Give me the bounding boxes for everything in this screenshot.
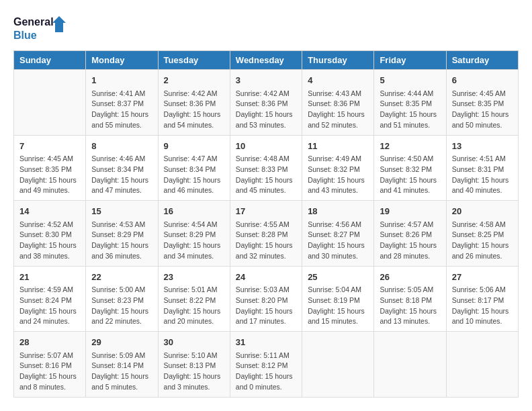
cell-info: Sunrise: 4:51 AM Sunset: 8:31 PM Dayligh… (452, 154, 513, 196)
day-number: 3 (236, 74, 296, 87)
cell-3-0: 21Sunrise: 4:59 AM Sunset: 8:24 PM Dayli… (14, 266, 86, 332)
cell-info: Sunrise: 4:46 AM Sunset: 8:34 PM Dayligh… (91, 154, 152, 196)
cell-info: Sunrise: 5:05 AM Sunset: 8:18 PM Dayligh… (380, 285, 440, 327)
calendar-table: SundayMondayTuesdayWednesdayThursdayFrid… (13, 50, 519, 398)
cell-2-3: 17Sunrise: 4:55 AM Sunset: 8:28 PM Dayli… (230, 201, 302, 267)
cell-2-4: 18Sunrise: 4:56 AM Sunset: 8:27 PM Dayli… (302, 201, 374, 267)
cell-4-1: 29Sunrise: 5:09 AM Sunset: 8:14 PM Dayli… (86, 332, 158, 398)
week-row-0: 1Sunrise: 4:41 AM Sunset: 8:37 PM Daylig… (14, 70, 519, 136)
cell-0-6: 6Sunrise: 4:45 AM Sunset: 8:35 PM Daylig… (446, 70, 518, 136)
cell-0-2: 2Sunrise: 4:42 AM Sunset: 8:36 PM Daylig… (158, 70, 230, 136)
cell-4-0: 28Sunrise: 5:07 AM Sunset: 8:16 PM Dayli… (14, 332, 86, 398)
day-number: 9 (164, 140, 224, 153)
cell-info: Sunrise: 4:45 AM Sunset: 8:35 PM Dayligh… (19, 154, 80, 196)
cell-1-3: 10Sunrise: 4:48 AM Sunset: 8:33 PM Dayli… (230, 135, 302, 201)
cell-info: Sunrise: 5:04 AM Sunset: 8:19 PM Dayligh… (308, 285, 368, 327)
col-header-wednesday: Wednesday (230, 51, 302, 70)
day-number: 7 (19, 140, 80, 153)
day-number: 20 (452, 205, 513, 218)
col-header-thursday: Thursday (302, 51, 374, 70)
cell-4-6 (446, 332, 518, 398)
day-number: 13 (452, 140, 513, 153)
cell-0-0 (14, 70, 86, 136)
cell-0-3: 3Sunrise: 4:42 AM Sunset: 8:36 PM Daylig… (230, 70, 302, 136)
cell-1-5: 12Sunrise: 4:50 AM Sunset: 8:32 PM Dayli… (374, 135, 446, 201)
logo-svg: GeneralBlue (13, 13, 67, 44)
cell-info: Sunrise: 4:59 AM Sunset: 8:24 PM Dayligh… (19, 285, 80, 327)
day-number: 12 (380, 140, 440, 153)
day-number: 15 (91, 205, 152, 218)
cell-info: Sunrise: 4:48 AM Sunset: 8:33 PM Dayligh… (236, 154, 296, 196)
day-number: 17 (236, 205, 296, 218)
cell-info: Sunrise: 5:11 AM Sunset: 8:12 PM Dayligh… (236, 351, 296, 393)
col-header-friday: Friday (374, 51, 446, 70)
cell-3-1: 22Sunrise: 5:00 AM Sunset: 8:23 PM Dayli… (86, 266, 158, 332)
day-number: 25 (308, 271, 368, 284)
header: GeneralBlue (13, 13, 519, 44)
day-number: 28 (19, 336, 80, 349)
col-header-monday: Monday (86, 51, 158, 70)
cell-info: Sunrise: 4:41 AM Sunset: 8:37 PM Dayligh… (91, 89, 152, 131)
cell-info: Sunrise: 4:55 AM Sunset: 8:28 PM Dayligh… (236, 220, 296, 262)
cell-info: Sunrise: 4:57 AM Sunset: 8:26 PM Dayligh… (380, 220, 440, 262)
cell-2-5: 19Sunrise: 4:57 AM Sunset: 8:26 PM Dayli… (374, 201, 446, 267)
cell-4-3: 31Sunrise: 5:11 AM Sunset: 8:12 PM Dayli… (230, 332, 302, 398)
cell-2-1: 15Sunrise: 4:53 AM Sunset: 8:29 PM Dayli… (86, 201, 158, 267)
cell-info: Sunrise: 4:44 AM Sunset: 8:35 PM Dayligh… (380, 89, 440, 131)
cell-info: Sunrise: 4:47 AM Sunset: 8:34 PM Dayligh… (164, 154, 224, 196)
cell-info: Sunrise: 4:54 AM Sunset: 8:29 PM Dayligh… (164, 220, 224, 262)
week-row-3: 21Sunrise: 4:59 AM Sunset: 8:24 PM Dayli… (14, 266, 519, 332)
cell-info: Sunrise: 5:07 AM Sunset: 8:16 PM Dayligh… (19, 351, 80, 393)
cell-1-6: 13Sunrise: 4:51 AM Sunset: 8:31 PM Dayli… (446, 135, 518, 201)
col-header-sunday: Sunday (14, 51, 86, 70)
cell-1-2: 9Sunrise: 4:47 AM Sunset: 8:34 PM Daylig… (158, 135, 230, 201)
svg-text:Blue: Blue (13, 30, 37, 41)
day-number: 27 (452, 271, 513, 284)
day-number: 10 (236, 140, 296, 153)
day-number: 2 (164, 74, 224, 87)
cell-1-4: 11Sunrise: 4:49 AM Sunset: 8:32 PM Dayli… (302, 135, 374, 201)
cell-info: Sunrise: 5:06 AM Sunset: 8:17 PM Dayligh… (452, 285, 513, 327)
day-number: 26 (380, 271, 440, 284)
cell-info: Sunrise: 5:10 AM Sunset: 8:13 PM Dayligh… (164, 351, 224, 393)
day-number: 24 (236, 271, 296, 284)
day-number: 4 (308, 74, 368, 87)
cell-info: Sunrise: 4:56 AM Sunset: 8:27 PM Dayligh… (308, 220, 368, 262)
week-row-4: 28Sunrise: 5:07 AM Sunset: 8:16 PM Dayli… (14, 332, 519, 398)
cell-info: Sunrise: 4:45 AM Sunset: 8:35 PM Dayligh… (452, 89, 513, 131)
cell-4-2: 30Sunrise: 5:10 AM Sunset: 8:13 PM Dayli… (158, 332, 230, 398)
cell-3-3: 24Sunrise: 5:03 AM Sunset: 8:20 PM Dayli… (230, 266, 302, 332)
day-number: 8 (91, 140, 152, 153)
day-number: 16 (164, 205, 224, 218)
day-number: 23 (164, 271, 224, 284)
day-number: 30 (164, 336, 224, 349)
cell-info: Sunrise: 4:58 AM Sunset: 8:25 PM Dayligh… (452, 220, 513, 262)
svg-marker-2 (52, 16, 66, 32)
cell-0-4: 4Sunrise: 4:43 AM Sunset: 8:36 PM Daylig… (302, 70, 374, 136)
logo: GeneralBlue (13, 13, 67, 44)
cell-2-0: 14Sunrise: 4:52 AM Sunset: 8:30 PM Dayli… (14, 201, 86, 267)
day-number: 6 (452, 74, 513, 87)
svg-text:General: General (13, 16, 54, 28)
cell-0-1: 1Sunrise: 4:41 AM Sunset: 8:37 PM Daylig… (86, 70, 158, 136)
col-header-saturday: Saturday (446, 51, 518, 70)
day-number: 29 (91, 336, 152, 349)
cell-4-5 (374, 332, 446, 398)
cell-info: Sunrise: 5:03 AM Sunset: 8:20 PM Dayligh… (236, 285, 296, 327)
cell-info: Sunrise: 5:09 AM Sunset: 8:14 PM Dayligh… (91, 351, 152, 393)
day-number: 31 (236, 336, 296, 349)
cell-1-0: 7Sunrise: 4:45 AM Sunset: 8:35 PM Daylig… (14, 135, 86, 201)
day-number: 11 (308, 140, 368, 153)
cell-info: Sunrise: 5:01 AM Sunset: 8:22 PM Dayligh… (164, 285, 224, 327)
header-row: SundayMondayTuesdayWednesdayThursdayFrid… (14, 51, 519, 70)
cell-info: Sunrise: 4:42 AM Sunset: 8:36 PM Dayligh… (164, 89, 224, 131)
cell-1-1: 8Sunrise: 4:46 AM Sunset: 8:34 PM Daylig… (86, 135, 158, 201)
cell-info: Sunrise: 4:52 AM Sunset: 8:30 PM Dayligh… (19, 220, 80, 262)
cell-3-5: 26Sunrise: 5:05 AM Sunset: 8:18 PM Dayli… (374, 266, 446, 332)
cell-info: Sunrise: 5:00 AM Sunset: 8:23 PM Dayligh… (91, 285, 152, 327)
day-number: 1 (91, 74, 152, 87)
cell-info: Sunrise: 4:50 AM Sunset: 8:32 PM Dayligh… (380, 154, 440, 196)
cell-info: Sunrise: 4:53 AM Sunset: 8:29 PM Dayligh… (91, 220, 152, 262)
cell-4-4 (302, 332, 374, 398)
cell-3-6: 27Sunrise: 5:06 AM Sunset: 8:17 PM Dayli… (446, 266, 518, 332)
